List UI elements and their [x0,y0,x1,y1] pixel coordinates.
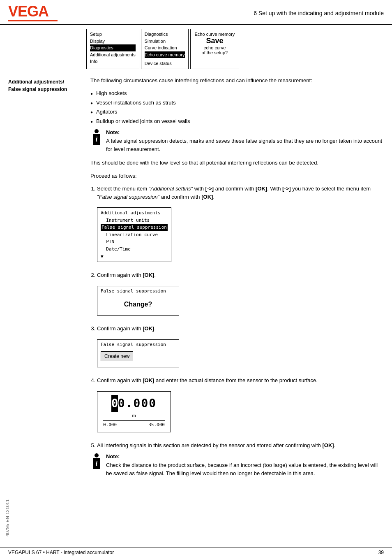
bullet-4: Buildup or welded joints on vessel walls [90,117,384,125]
screen1-item2-highlighted: False signal suppression [101,224,168,231]
step1-bold1: [->] [205,186,214,192]
para-2-text: Proceed as follows: [90,172,384,180]
note-2-content: Note: Check the distance to the product … [106,453,384,477]
note-1-icon: i [90,129,103,145]
intro-section: The following circumstances cause interf… [90,77,384,85]
step1-bold4: [OK] [201,194,213,200]
step3-bold: [OK] [143,325,154,332]
footer-right: 39 [378,550,384,555]
screen2-question: Change? [101,298,175,311]
diag-simulation: Simulation [145,38,185,45]
screen3-button: Create new [101,351,133,361]
steps-list: Select the menu item "Additional settins… [90,185,384,449]
diag-title: Diagnostics [145,31,185,38]
footer-left: VEGAPULS 67 • HART - integrated accumula… [8,550,114,555]
logo: VEGA [8,4,58,21]
para-2-section: Proceed as follows: [90,172,384,180]
step-1: Select the menu item "Additional settins… [97,185,384,267]
screen-box-3: False signal suppression Create new [97,339,179,368]
para-1-section: This should be done with the low level s… [90,159,384,167]
distance-input-box: 00.000 m 0.000 35.000 [97,391,171,432]
screen-box-2: False signal suppression Change? [97,286,179,316]
step4-bold: [OK] [143,377,154,383]
save-line4: of the setup? [195,50,235,55]
screen2-title: False signal suppression [101,288,175,295]
screen1-item1: Instrument units [101,218,150,223]
bullet-3: Agitators [90,108,384,116]
note-1-content: Note: A false signal suppression detects… [106,129,384,153]
save-line1: Echo curve memory [195,32,235,37]
note-1-title: Note: [106,129,120,135]
dist-display: 00.000 [103,395,165,412]
note-i-1: i [93,134,100,145]
screen1-item3: Linearization curve [101,232,158,237]
step1-italic2: False signal suppression [99,194,158,200]
note-1-text: A false signal suppression detects, mark… [106,137,384,153]
menu-navigation: Setup Display Diagnostics Additional adj… [86,29,384,69]
section-label-area: Additional adjustments/ False signal sup… [8,77,90,533]
dist-range: 0.000 35.000 [103,420,165,429]
logo-underline [8,20,58,21]
diagnostics-menu-box: Diagnostics Simulation Curve indication … [141,29,189,69]
diag-echo-curve-memory: Echo curve memory [145,51,185,58]
save-echo-curve-box: Echo curve memory Save echo curve of the… [190,29,240,69]
chapter-title: 6 Set up with the indicating and adjustm… [58,4,384,16]
diag-divider [145,59,185,59]
step1-bold2: [OK] [256,186,267,192]
step-4: Confirm again with [OK] and enter the ac… [97,376,384,437]
note-2-title: Note: [106,453,120,460]
page-header: VEGA 6 Set up with the indicating and ad… [0,0,392,25]
diag-device-status: Device status [145,60,185,67]
bullet-2: Vessel installations such as struts [90,99,384,107]
step1-italic1: Additional settins [150,186,191,192]
menu-item-info: Info [90,58,136,65]
bullet-list: High sockets Vessel installations such a… [90,89,384,125]
note-2-icon: i [90,453,103,469]
section-label: Additional adjustments/ False signal sup… [8,77,90,93]
step-5: All interfering signals in this section … [97,441,384,450]
dist-min: 0.000 [103,422,117,429]
save-line2: Save [195,37,235,45]
dist-cursor: 0 [111,395,118,412]
note-2-block: i Note: Check the distance to the produc… [90,453,384,477]
page-footer: VEGAPULS 67 • HART - integrated accumula… [0,548,392,557]
sidebar-id: 40795-EN-121011 [5,499,10,536]
menu-item-diagnostics: Diagnostics [90,44,136,51]
screen3-title: False signal suppression [101,341,175,348]
save-line3: echo curve [204,45,226,50]
note-dot-2 [95,453,99,457]
para-1-text: This should be done with the low level s… [90,159,384,167]
step-2: Confirm again with [OK]. False signal su… [97,271,384,320]
step-3: Confirm again with [OK]. False signal su… [97,325,384,372]
screen1-item4: PIN [101,239,114,244]
note-i-2: i [93,458,100,469]
screen1-arrow: ▼ [101,254,104,259]
screen-box-1: Additional adjustments Instrument units … [97,207,171,262]
note-2-text: Check the distance to the product surfac… [106,461,384,477]
dist-main: 0.000 [118,397,157,410]
step5-bold: [OK] [322,442,334,448]
screen1-item5: Date/Time [101,246,131,252]
step1-bold3: [->] [282,186,291,192]
dist-max: 35.000 [148,422,165,429]
diag-curve-indication: Curve indication [145,44,185,51]
intro-text: The following circumstances cause interf… [90,77,384,85]
menu-item-additional: Additional adjustments [90,51,136,58]
menu-item-setup: Setup [90,31,136,38]
note-dot-1 [95,129,99,133]
bullet-1: High sockets [90,89,384,97]
menu-item-display: Display [90,38,136,45]
screen1-title: Additional adjustments [101,210,161,216]
main-content: The following circumstances cause interf… [90,77,384,533]
main-menu-box: Setup Display Diagnostics Additional adj… [86,29,139,69]
note-1-block: i Note: A false signal suppression detec… [90,129,384,153]
dist-unit: m [103,412,165,419]
step2-bold: [OK] [143,272,154,278]
